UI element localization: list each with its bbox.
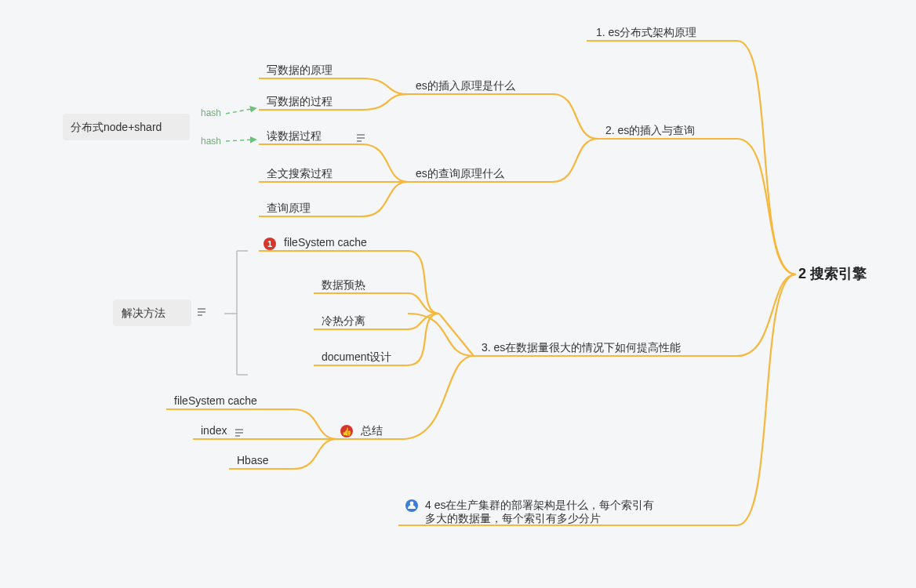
notes-icon <box>235 430 243 436</box>
sum1[interactable]: fileSystem cache <box>174 394 257 407</box>
branch-2[interactable]: 2. es的插入与查询 <box>605 124 695 136</box>
qry2[interactable]: 全文搜索过程 <box>267 167 333 180</box>
solve2[interactable]: 数据预热 <box>322 278 365 291</box>
solve3[interactable]: 冷热分离 <box>322 314 365 327</box>
ins2[interactable]: 写数据的过程 <box>267 95 333 107</box>
b2-insert[interactable]: es的插入原理是什么 <box>416 79 515 92</box>
solve-title: 解决方法 <box>122 307 165 319</box>
dashed-arrow-1 <box>226 108 256 114</box>
svg-text:👍: 👍 <box>342 426 352 437</box>
notes-icon <box>198 309 205 315</box>
solve4[interactable]: document设计 <box>322 350 391 363</box>
solve1[interactable]: fileSystem cache <box>284 236 367 249</box>
dashed-arrow-2 <box>226 140 256 141</box>
hash-label-1: hash <box>201 107 221 118</box>
sum2[interactable]: index <box>201 424 227 437</box>
branch-4-line2[interactable]: 多大的数据量，每个索引有多少分片 <box>425 512 601 524</box>
summary-node[interactable]: 总结 <box>360 424 383 437</box>
qry3[interactable]: 查询原理 <box>267 201 311 214</box>
root-node[interactable]: 2 搜索引擎 <box>798 266 867 281</box>
b2-query[interactable]: es的查询原理什么 <box>416 167 504 180</box>
ins1[interactable]: 写数据的原理 <box>267 64 333 76</box>
branch-1[interactable]: 1. es分布式架构原理 <box>596 26 696 38</box>
notes-icon <box>357 135 365 141</box>
sum3[interactable]: Hbase <box>237 454 269 466</box>
qry1[interactable]: 读数据过程 <box>267 129 322 142</box>
branch-3[interactable]: 3. es在数据量很大的情况下如何提高性能 <box>482 341 681 354</box>
branch-4-line1[interactable]: 4 es在生产集群的部署架构是什么，每个索引有 <box>425 499 654 511</box>
dist-node: 分布式node+shard <box>71 121 162 133</box>
svg-point-4 <box>410 502 414 506</box>
svg-text:1: 1 <box>267 239 272 249</box>
hash-label-2: hash <box>201 136 221 147</box>
